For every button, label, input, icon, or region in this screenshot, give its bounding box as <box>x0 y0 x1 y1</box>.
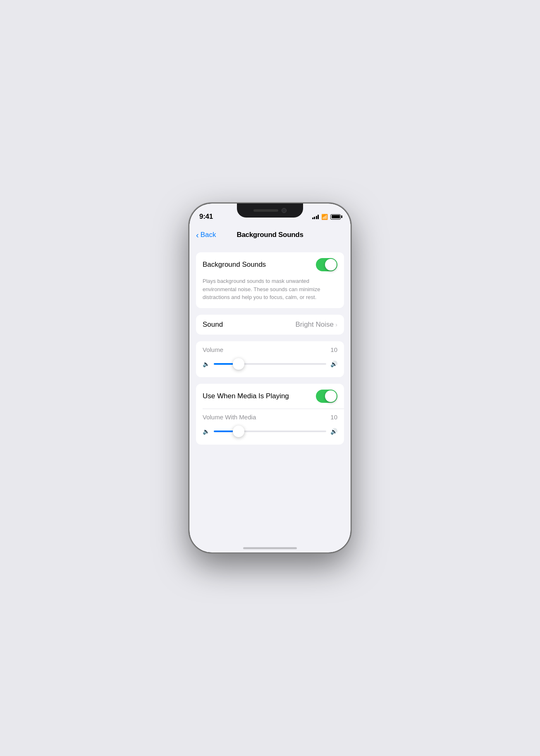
wifi-icon: 📶 <box>321 214 328 220</box>
sound-row[interactable]: Sound Bright Noise › <box>196 315 344 335</box>
media-card: Use When Media Is Playing Volume With Me… <box>196 384 344 445</box>
volume-label: Volume <box>203 346 223 353</box>
slider-thumb[interactable] <box>233 358 244 370</box>
battery-fill <box>332 215 340 218</box>
volume-value: 10 <box>330 346 337 353</box>
back-label: Back <box>201 231 216 239</box>
sound-current-value: Bright Noise <box>295 321 334 329</box>
media-slider-thumb[interactable] <box>233 426 244 437</box>
notch <box>237 203 303 218</box>
slider-track <box>214 363 326 365</box>
status-icons: 📶 <box>312 214 341 220</box>
use-when-media-toggle[interactable] <box>316 390 337 403</box>
signal-icon <box>312 214 319 219</box>
sound-value: Bright Noise › <box>295 321 337 329</box>
media-toggle-knob <box>325 390 337 402</box>
volume-section: Volume 10 🔈 🔊 <box>196 341 344 377</box>
volume-with-media-header: Volume With Media 10 <box>203 414 337 421</box>
use-when-media-label: Use When Media Is Playing <box>203 392 289 400</box>
volume-low-icon: 🔈 <box>203 361 210 367</box>
volume-card: Volume 10 🔈 🔊 <box>196 341 344 377</box>
volume-slider-row: 🔈 🔊 <box>203 357 337 371</box>
use-when-media-row: Use When Media Is Playing <box>196 384 344 409</box>
back-chevron-icon: ‹ <box>196 231 199 239</box>
volume-with-media-section: Volume With Media 10 🔈 🔊 <box>196 409 344 445</box>
battery-icon <box>330 214 341 220</box>
background-sounds-label: Background Sounds <box>203 261 266 269</box>
phone-frame: 9:41 📶 ‹ Back Background Sounds <box>189 203 351 553</box>
background-sounds-row: Background Sounds <box>196 252 344 277</box>
front-camera <box>282 208 287 213</box>
volume-header: Volume 10 <box>203 346 337 353</box>
volume-with-media-value: 10 <box>330 414 337 421</box>
media-volume-low-icon: 🔈 <box>203 428 210 435</box>
back-button[interactable]: ‹ Back <box>196 231 216 239</box>
phone-screen: 9:41 📶 ‹ Back Background Sounds <box>189 203 351 553</box>
nav-header: ‹ Back Background Sounds <box>189 224 351 246</box>
volume-with-media-label: Volume With Media <box>203 414 256 421</box>
background-sounds-description: Plays background sounds to mask unwanted… <box>196 277 344 308</box>
volume-high-icon: 🔊 <box>330 361 337 367</box>
sound-card: Sound Bright Noise › <box>196 315 344 335</box>
page-title: Background Sounds <box>237 231 303 239</box>
media-slider-track <box>214 431 326 432</box>
volume-with-media-slider[interactable] <box>214 425 326 438</box>
background-sounds-card: Background Sounds Plays background sound… <box>196 252 344 308</box>
toggle-knob <box>325 259 337 270</box>
sound-chevron-icon: › <box>335 321 337 328</box>
media-volume-high-icon: 🔊 <box>330 428 337 435</box>
speaker <box>253 209 278 212</box>
volume-with-media-slider-row: 🔈 🔊 <box>203 425 337 438</box>
home-indicator[interactable] <box>243 547 297 549</box>
background-sounds-toggle[interactable] <box>316 258 337 271</box>
sound-label: Sound <box>203 321 223 329</box>
status-time: 9:41 <box>199 213 213 221</box>
volume-slider[interactable] <box>214 357 326 371</box>
content-area: Background Sounds Plays background sound… <box>189 246 351 553</box>
